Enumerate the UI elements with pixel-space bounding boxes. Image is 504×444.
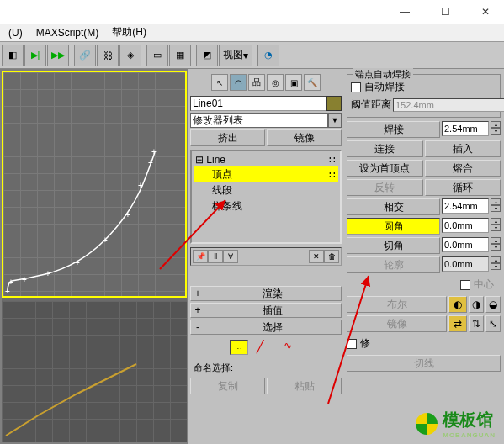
naming-label: 命名选择: [190,360,342,376]
dropdown-arrow-icon[interactable]: ▼ [328,113,342,128]
tree-item-segment[interactable]: 线段 [194,182,338,198]
main-toolbar: ◧ ▶| ▶▶ 🔗 ⛓ ◈ ▭ ▦ ◩ 视图 ▾ ◔ [0,42,504,69]
menu-bar: (U) MAXScript(M) 帮助(H) [0,24,504,42]
threshold-label: 阈值距离 [351,98,391,112]
cross-button[interactable]: 相交 [347,198,440,215]
reverse-button: 反转 [347,179,423,196]
make-first-button[interactable]: 设为首顶点 [347,160,423,177]
command-panel-tabs: ↖ ◠ 品 ◎ ▣ 🔨 [190,71,342,94]
spinner-icon[interactable]: ▴▾ [491,198,501,215]
cross-field[interactable] [442,198,489,214]
outline-field[interactable] [442,256,489,272]
segment-subobj-icon[interactable]: ╱ [257,340,275,355]
fillet-button[interactable]: 圆角 [347,218,440,235]
menu-help[interactable]: 帮助(H) [107,24,151,41]
menu-maxscript[interactable]: MAXScript(M) [31,25,104,40]
insert-button[interactable]: 插入 [425,140,501,157]
modify-tab-icon[interactable]: ◠ [230,74,247,91]
cut-button: 切线 [347,355,501,372]
pin-icon[interactable]: 📌 [193,250,208,263]
hammer-icon[interactable]: 🔨 [304,74,321,91]
threshold-field[interactable] [393,98,504,112]
bind-icon[interactable]: ◈ [119,45,141,66]
mirror-v-icon[interactable]: ⇅ [469,315,484,332]
cycle-button[interactable]: 循环 [425,179,501,196]
viewport-bottom[interactable] [2,301,187,442]
mirror2-button: 镜像 [347,315,447,332]
copy-button[interactable]: 复制 [190,378,265,394]
center-checkbox[interactable]: 中心 [345,276,502,293]
group-title: 端点自动焊接 [353,68,413,81]
extrude-button[interactable]: 挤出 [190,130,265,146]
spline-curve-persp [2,301,190,444]
window-titlebar: — ☐ ✕ [0,0,504,24]
select-icon[interactable]: ▭ [146,45,168,66]
connect-button[interactable]: 连接 [347,140,423,157]
boolean-button: 布尔 [347,296,447,313]
spinner-icon[interactable]: ▴▾ [491,256,501,273]
outline-button: 轮廓 [347,256,440,273]
show-icon[interactable]: ∀ [223,250,238,263]
trim-checkbox[interactable]: 修 [347,335,501,352]
weld-field[interactable] [442,121,489,136]
teapot-icon[interactable]: ◔ [257,45,279,66]
spinner-icon[interactable]: ▴▾ [491,218,501,235]
weld-button[interactable]: 焊接 [347,121,440,138]
bool-icon[interactable]: ◐ [448,296,467,313]
spinner-icon[interactable]: ▴▾ [491,237,501,254]
mirror-b-icon[interactable]: ⤡ [485,315,501,332]
remove-icon[interactable]: 🗑 [324,250,339,263]
arrow-icon[interactable]: ↖ [211,74,228,91]
tool-end-icon[interactable]: ▶▶ [47,45,69,66]
minimize-button[interactable]: — [393,3,416,20]
mirror-h-icon[interactable]: ⇄ [448,315,467,332]
mirror-button[interactable]: 镜像 [267,130,342,146]
watermark-logo-icon [416,413,438,435]
unlink-icon[interactable]: ⛓ [97,45,119,66]
geometry-rollout: 端点自动焊接 自动焊接 阈值距离 ▴▾ 焊接 ▴▾ 连接 插入 设为首顶点 熔合… [343,69,504,444]
bool-icon3[interactable]: ◒ [485,296,501,313]
view-dropdown[interactable]: 视图 ▾ [219,45,252,66]
config-icon[interactable]: ✕ [309,250,324,263]
menu-u[interactable]: (U) [3,25,28,40]
vertex-subobj-icon[interactable]: ∴ [230,340,248,355]
stack-icon[interactable]: Ⅱ [208,250,223,263]
fuse-button[interactable]: 熔合 [425,160,501,177]
display-icon[interactable]: ▣ [285,74,302,91]
cube-icon[interactable]: ◩ [196,45,218,66]
spline-subobj-icon[interactable]: ∿ [284,340,302,355]
stack-tools: 📌 Ⅱ ∀ ✕ 🗑 [190,247,342,266]
modify-panel: ↖ ◠ 品 ◎ ▣ 🔨 修改器列表 ▼ 挤出 镜像 ⊟ Line∷ 顶点∷ 线段… [188,69,343,444]
subobject-icons: ∴ ╱ ∿ [190,340,342,355]
maximize-button[interactable]: ☐ [433,3,457,20]
tool-next-icon[interactable]: ▶| [24,45,46,66]
paste-button[interactable]: 粘贴 [267,378,342,394]
auto-weld-checkbox[interactable]: 自动焊接 [351,78,496,96]
modifier-stack[interactable]: ⊟ Line∷ 顶点∷ 线段 样条线 [190,150,342,244]
handle-icon[interactable]: ∷ [329,169,337,181]
fillet-field[interactable] [442,218,489,233]
modifier-list[interactable]: 修改器列表 [190,113,328,128]
tree-item-spline[interactable]: 样条线 [194,198,338,214]
hierarchy-icon[interactable]: 品 [248,74,265,91]
close-button[interactable]: ✕ [474,3,497,20]
link-icon[interactable]: 🔗 [74,45,96,66]
motion-icon[interactable]: ◎ [267,74,284,91]
selection-icon[interactable]: ▦ [169,45,191,66]
viewport-area[interactable]: + + + + + + + + + + [0,69,188,444]
rollout-select[interactable]: -选择 [190,320,342,335]
chamfer-field[interactable] [442,237,489,252]
rollout-interpolate[interactable]: +插值 [190,303,342,318]
spline-curve [3,72,192,299]
bool-icon2[interactable]: ◑ [469,296,484,313]
chamfer-button[interactable]: 切角 [347,237,440,254]
tool-icon[interactable]: ◧ [2,45,24,66]
spinner-icon[interactable]: ▴▾ [491,121,501,138]
tree-item-vertex[interactable]: 顶点∷ [194,166,338,182]
object-color-swatch[interactable] [326,96,342,111]
rollout-render[interactable]: +渲染 [190,286,342,301]
object-name-field[interactable] [190,96,326,111]
viewport-top[interactable]: + + + + + + + + + + [2,71,187,298]
end-weld-group: 端点自动焊接 自动焊接 阈值距离 ▴▾ [347,74,501,118]
watermark: 模板馆 MOBANGUAN [416,409,496,439]
